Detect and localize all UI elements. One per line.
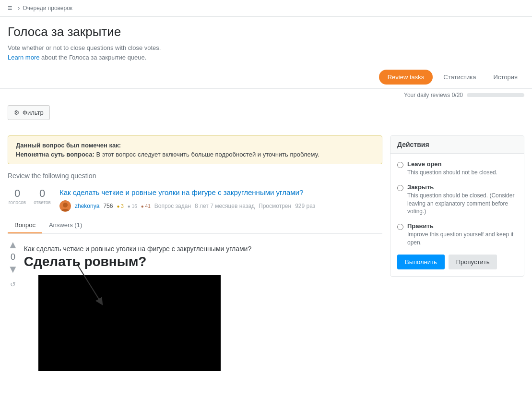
radio-leave-open[interactable]: [397, 162, 403, 168]
notice-detail: Непонятна суть вопроса: В этот вопрос сл…: [16, 151, 374, 158]
action-edit: Править Improve this question yourself a…: [397, 222, 517, 247]
question-info: zhekonya 756 ● 3 ● 16 ● 41 Вопрос задан …: [59, 200, 382, 212]
submit-button[interactable]: Выполнить: [397, 255, 445, 269]
breadcrumb: ≡ › Очереди проверок: [8, 4, 72, 12]
post-text: Как сделать четкие и ровные уголки на фи…: [24, 243, 382, 254]
filter-button[interactable]: ⚙ Фильтр: [8, 105, 50, 120]
notice-reason-label: Непонятна суть вопроса:: [16, 151, 95, 158]
badge-gold: ● 3: [117, 204, 123, 209]
breadcrumb-separator: ›: [18, 5, 20, 12]
menu-icon[interactable]: ≡: [8, 4, 12, 12]
notice-box: Данный вопрос был помечен как: Непонятна…: [8, 135, 382, 164]
avatar: [59, 200, 71, 212]
close-desc: This question should be closed. (Conside…: [407, 192, 517, 216]
review-header: Review the following question: [8, 170, 382, 182]
action-close-text: Закрыть This question should be closed. …: [407, 183, 517, 216]
upvote-arrow[interactable]: ▲: [8, 240, 18, 250]
vote-count: 0 голосов: [8, 187, 27, 205]
downvote-arrow[interactable]: ▼: [8, 264, 18, 275]
user-rep: 756: [103, 203, 113, 209]
answers-label: ответов: [33, 200, 52, 205]
post-score: 0: [11, 252, 15, 262]
tab-question[interactable]: Вопрос: [8, 218, 42, 233]
asked-label: Вопрос задан: [154, 203, 191, 209]
post-tabs: Вопрос Answers (1): [8, 218, 382, 234]
post-content-wrapper: ▲ 0 ▼ ↺ Как сделать четкие и ровные угол…: [8, 240, 382, 375]
tab-review-tasks[interactable]: Review tasks: [379, 70, 433, 85]
page-description: Vote whether or not to close questions w…: [8, 43, 524, 62]
tab-statistics[interactable]: Статистика: [437, 70, 483, 85]
actions-panel: Действия Leave open This question should…: [390, 135, 524, 277]
edit-desc: Improve this question yourself and keep …: [407, 231, 517, 247]
action-buttons: Выполнить Пропустить: [397, 255, 517, 269]
desc-text-2: about the Голоса за закрытие queue.: [39, 54, 146, 61]
edit-label: Править: [407, 222, 517, 230]
post-body: Как сделать четкие и ровные уголки на фи…: [24, 240, 382, 375]
page-title: Голоса за закрытие: [8, 24, 524, 39]
viewed-count: 929 раз: [295, 203, 315, 209]
notice-reason-text: В этот вопрос следует включить больше по…: [96, 151, 319, 158]
main-content: Данный вопрос был помечен как: Непонятна…: [0, 128, 532, 383]
answer-number: 0: [33, 187, 52, 200]
daily-reviews-label: Your daily reviews 0/20: [404, 92, 463, 98]
skip-button[interactable]: Пропустить: [449, 255, 497, 269]
arrow-indicator-svg: [62, 259, 120, 316]
desc-text-1: Vote whether or not to close questions w…: [8, 44, 161, 51]
filter-label: Фильтр: [23, 109, 44, 116]
svg-point-1: [63, 203, 68, 207]
breadcrumb-bar: ≡ › Очереди проверок: [0, 0, 532, 17]
daily-reviews-progress: [467, 93, 524, 97]
user-name[interactable]: zhekonya: [75, 203, 99, 209]
breadcrumb-link[interactable]: Очереди проверок: [23, 5, 72, 12]
action-leave-open-text: Leave open This question should not be c…: [407, 160, 497, 177]
post-vote-column: ▲ 0 ▼ ↺: [8, 240, 18, 375]
actions-body: Leave open This question should not be c…: [390, 154, 524, 276]
page-header: Голоса за закрытие Vote whether or not t…: [0, 17, 532, 66]
tab-history[interactable]: История: [487, 70, 524, 85]
daily-reviews-bar: Your daily reviews 0/20: [0, 89, 532, 101]
answer-count: 0 ответов: [33, 187, 52, 205]
radio-close[interactable]: [397, 185, 403, 191]
badge-bronze: ● 41: [141, 204, 151, 209]
actions-title: Действия: [390, 136, 524, 154]
svg-line-2: [77, 264, 101, 302]
radio-edit[interactable]: [397, 224, 403, 230]
content-right: Действия Leave open This question should…: [390, 135, 524, 375]
action-edit-text: Править Improve this question yourself a…: [407, 222, 517, 247]
tab-answers[interactable]: Answers (1): [42, 218, 89, 233]
leave-open-label: Leave open: [407, 160, 497, 168]
nav-tabs-bar: Review tasks Статистика История: [0, 66, 532, 89]
asked-time: 8 лет 7 месяцев назад: [195, 203, 255, 209]
votes-label: голосов: [8, 200, 27, 205]
leave-open-desc: This question should not be closed.: [407, 169, 497, 177]
content-left: Данный вопрос был помечен как: Непонятна…: [8, 135, 382, 375]
badge-silver: ● 16: [128, 204, 137, 209]
viewed-label: Просмотрен: [259, 203, 291, 209]
vote-answer-counts: 0 голосов 0 ответов: [8, 187, 52, 205]
close-label: Закрыть: [407, 183, 517, 191]
vote-number: 0: [8, 187, 27, 200]
action-leave-open: Leave open This question should not be c…: [397, 160, 517, 177]
question-meta: 0 голосов 0 ответов Как сделать четкие и…: [8, 187, 382, 212]
action-close: Закрыть This question should be closed. …: [397, 183, 517, 216]
history-icon[interactable]: ↺: [10, 280, 16, 288]
notice-title: Данный вопрос был помечен как:: [16, 142, 374, 149]
gear-icon: ⚙: [14, 109, 20, 116]
filter-bar: ⚙ Фильтр: [0, 101, 532, 128]
question-title-link[interactable]: Как сделать четкие и ровные уголки на фи…: [59, 188, 303, 196]
question-body: Как сделать четкие и ровные уголки на фи…: [59, 187, 382, 212]
learn-more-link[interactable]: Learn more: [8, 54, 39, 61]
